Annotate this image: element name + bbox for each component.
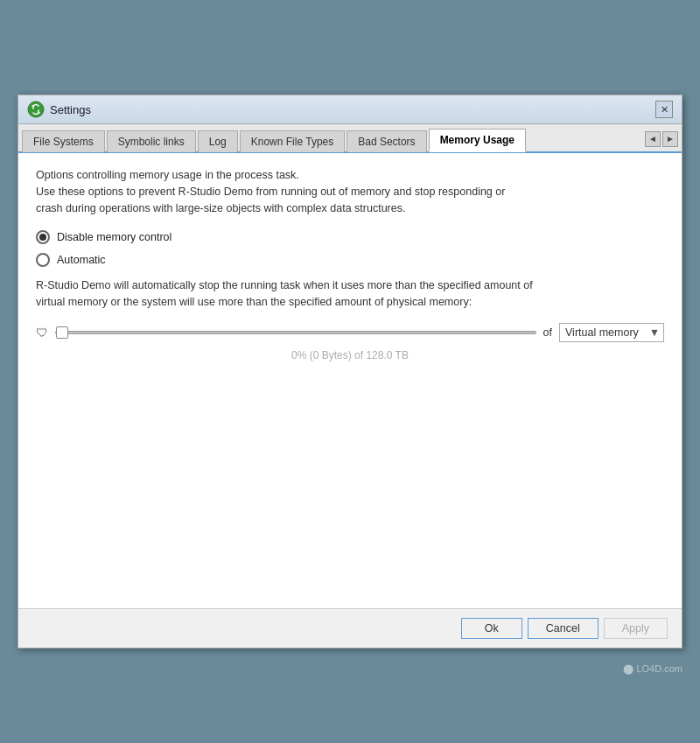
title-bar-left: Settings xyxy=(27,101,91,118)
radio-automatic-circle xyxy=(36,253,50,267)
tab-known-file-types[interactable]: Known File Types xyxy=(240,130,346,152)
auto-description-block: R-Studio Demo will automatically stop th… xyxy=(36,277,664,311)
shield-icon: 🛡 xyxy=(36,326,48,340)
title-bar: Settings ✕ xyxy=(18,95,682,124)
auto-desc-line2: virtual memory or the system will use mo… xyxy=(36,294,664,311)
tabs-bar: File Systems Symbolic links Log Known Fi… xyxy=(18,124,682,153)
tab-content: Options controlling memory usage in the … xyxy=(18,153,682,608)
memory-slider-thumb[interactable] xyxy=(56,326,68,339)
close-button[interactable]: ✕ xyxy=(655,101,673,118)
dropdown-value: Virtual memory xyxy=(565,326,639,339)
radio-automatic-option[interactable]: Automatic xyxy=(36,253,664,267)
radio-automatic-label: Automatic xyxy=(57,254,106,266)
tab-symbolic-links[interactable]: Symbolic links xyxy=(107,130,196,152)
cancel-button[interactable]: Cancel xyxy=(528,618,598,639)
dialog-footer: Ok Cancel Apply xyxy=(18,608,682,648)
watermark-text: ⬤ LO4D.com xyxy=(623,663,682,675)
description-line1: Options controlling memory usage in the … xyxy=(36,167,664,184)
tab-prev-button[interactable]: ◄ xyxy=(645,131,661,147)
dropdown-arrow-icon: ▼ xyxy=(649,326,660,339)
radio-disable-label: Disable memory control xyxy=(57,231,172,243)
tab-next-button[interactable]: ► xyxy=(662,131,678,147)
dialog-title: Settings xyxy=(50,103,91,116)
memory-slider-track xyxy=(55,331,536,334)
description-line2: Use these options to prevent R-Studio De… xyxy=(36,184,664,200)
radio-group: Disable memory control Automatic xyxy=(36,230,664,267)
tab-log[interactable]: Log xyxy=(198,130,238,152)
slider-row: 🛡 of Virtual memory ▼ xyxy=(36,323,664,342)
tab-navigation: ◄ ► xyxy=(645,131,678,149)
radio-disable-circle xyxy=(36,230,50,244)
description-line3: crash during operations with large-size … xyxy=(36,200,664,217)
apply-button[interactable]: Apply xyxy=(604,618,668,639)
dialog-wrapper: Settings ✕ File Systems Symbolic links L… xyxy=(18,95,682,648)
settings-dialog: Settings ✕ File Systems Symbolic links L… xyxy=(18,95,682,648)
tab-bad-sectors[interactable]: Bad Sectors xyxy=(346,130,426,152)
settings-icon xyxy=(27,101,45,118)
svg-point-0 xyxy=(28,102,44,117)
of-label: of xyxy=(543,326,552,339)
radio-disable-option[interactable]: Disable memory control xyxy=(36,230,664,244)
auto-desc-line1: R-Studio Demo will automatically stop th… xyxy=(36,277,664,294)
memory-type-dropdown[interactable]: Virtual memory ▼ xyxy=(559,323,664,342)
tab-memory-usage[interactable]: Memory Usage xyxy=(429,129,526,152)
slider-value-label: 0% (0 Bytes) of 128.0 TB xyxy=(36,349,664,361)
watermark: ⬤ LO4D.com xyxy=(623,663,682,675)
ok-button[interactable]: Ok xyxy=(461,618,522,639)
description-block: Options controlling memory usage in the … xyxy=(36,167,664,216)
tab-file-systems[interactable]: File Systems xyxy=(22,130,105,152)
